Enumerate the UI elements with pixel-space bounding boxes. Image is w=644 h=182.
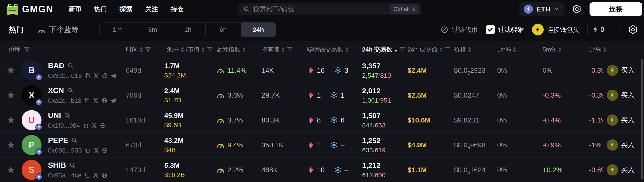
timeframe-6h[interactable]: 6h bbox=[205, 23, 240, 37]
token-name[interactable]: XCN bbox=[48, 86, 64, 95]
sort-icon[interactable] bbox=[282, 47, 285, 52]
token-name[interactable]: PEPE bbox=[48, 136, 68, 144]
sort-icon[interactable] bbox=[513, 47, 516, 52]
funnel-icon[interactable] bbox=[444, 47, 450, 53]
token-address[interactable]: 0x32b...015 bbox=[48, 72, 82, 79]
nav-new-pairs[interactable]: 新币 bbox=[68, 5, 82, 14]
connect-button[interactable]: 连接 bbox=[590, 3, 642, 16]
sort-icon[interactable] bbox=[468, 47, 471, 52]
header-1h[interactable]: 1h% bbox=[589, 46, 644, 53]
token-name[interactable]: SHIB bbox=[48, 161, 66, 169]
star-icon[interactable] bbox=[6, 116, 15, 124]
vertical-scrollbar[interactable] bbox=[641, 59, 643, 179]
token-address[interactable]: 0x1f9...984 bbox=[48, 122, 80, 129]
funnel-icon[interactable] bbox=[24, 47, 30, 53]
telegram-icon[interactable] bbox=[110, 98, 116, 104]
header-volume-24h[interactable]: 24h 成交额 bbox=[408, 46, 454, 54]
buy-button[interactable]: 买入 bbox=[603, 157, 634, 182]
buy-button[interactable]: 买入 bbox=[603, 133, 634, 157]
settings-icon[interactable] bbox=[572, 4, 582, 14]
timeframe-1h[interactable]: 1h bbox=[170, 23, 205, 37]
sort-icon[interactable] bbox=[558, 47, 562, 52]
sort-desc-icon[interactable] bbox=[394, 47, 398, 52]
globe-icon[interactable] bbox=[102, 147, 108, 153]
globe-icon[interactable] bbox=[102, 73, 108, 79]
x-twitter-icon[interactable] bbox=[93, 147, 99, 153]
gmgn-logo[interactable]: GMGN bbox=[6, 3, 54, 16]
copy-icon[interactable] bbox=[84, 147, 90, 153]
copy-icon[interactable] bbox=[84, 73, 90, 79]
amount-input[interactable]: 0 bbox=[587, 23, 620, 36]
header-pool-mcap[interactable]: 池子 /市值 bbox=[164, 46, 216, 54]
nav-holdings[interactable]: 持仓 bbox=[170, 5, 184, 14]
buy-button[interactable]: 买入 bbox=[603, 83, 634, 108]
header-5m[interactable]: 5m% bbox=[542, 46, 589, 53]
globe-icon[interactable] bbox=[102, 172, 108, 178]
tab-hot[interactable]: 热门 bbox=[9, 25, 24, 35]
copy-icon[interactable] bbox=[84, 98, 90, 104]
sort-icon[interactable] bbox=[603, 47, 606, 52]
nav-discover[interactable]: 探索 bbox=[120, 5, 132, 14]
token-name[interactable]: UNI bbox=[48, 111, 61, 120]
bluechip-gauge-icon bbox=[216, 141, 225, 149]
star-icon[interactable] bbox=[6, 165, 15, 174]
copy-icon[interactable] bbox=[84, 172, 90, 178]
tab-next-bluechip[interactable]: 下个蓝筹 bbox=[37, 25, 79, 35]
buy-button[interactable]: 买入 bbox=[603, 58, 634, 83]
sort-icon[interactable] bbox=[181, 47, 184, 52]
header-holders[interactable]: 持有者 bbox=[262, 46, 307, 54]
token-search-icon[interactable] bbox=[69, 162, 76, 168]
sort-icon[interactable] bbox=[140, 47, 143, 52]
star-icon[interactable] bbox=[6, 66, 15, 75]
copy-icon[interactable] bbox=[82, 122, 89, 128]
search-input[interactable] bbox=[253, 6, 390, 13]
token-search-icon[interactable] bbox=[68, 62, 74, 69]
sort-icon[interactable] bbox=[242, 47, 246, 52]
timeframe-5m[interactable]: 5m bbox=[135, 23, 170, 37]
x-twitter-icon[interactable] bbox=[91, 122, 97, 128]
x-twitter-icon[interactable] bbox=[93, 73, 99, 79]
header-token[interactable]: 币种 bbox=[0, 46, 123, 54]
star-icon[interactable] bbox=[6, 141, 15, 149]
sort-icon[interactable] bbox=[439, 47, 443, 52]
telegram-icon[interactable] bbox=[110, 73, 116, 79]
x-twitter-icon[interactable] bbox=[93, 172, 99, 178]
token-name[interactable]: BAD bbox=[48, 61, 64, 70]
sort-icon[interactable] bbox=[202, 47, 205, 52]
token-address[interactable]: 0x698...933 bbox=[48, 147, 82, 154]
header-price[interactable]: 价格 bbox=[454, 46, 497, 54]
star-icon[interactable] bbox=[6, 91, 15, 100]
search-bar[interactable]: Ctrl alt K bbox=[238, 3, 421, 15]
token-address[interactable]: 0x95a...4ce bbox=[48, 172, 82, 179]
connect-wallet-buy[interactable]: 连接钱包买 bbox=[532, 24, 579, 36]
sort-icon[interactable] bbox=[345, 47, 348, 52]
honeypot-checkbox[interactable] bbox=[486, 25, 495, 34]
txs-buys: 612 bbox=[362, 171, 373, 178]
amount-value: 0 bbox=[600, 26, 604, 34]
funnel-icon[interactable] bbox=[145, 47, 151, 53]
token-search-icon[interactable] bbox=[71, 137, 78, 143]
header-age[interactable]: 时间 bbox=[123, 46, 164, 54]
token-address[interactable]: 0xa2c...b18 bbox=[48, 97, 82, 104]
token-search-icon[interactable] bbox=[64, 112, 70, 119]
buy-button[interactable]: 买入 bbox=[603, 108, 634, 132]
globe-icon[interactable] bbox=[102, 98, 108, 104]
filter-honeypot-toggle[interactable]: 过滤貔貅 bbox=[486, 25, 524, 34]
table-settings-icon[interactable] bbox=[628, 25, 638, 35]
nav-trending[interactable]: 热门 bbox=[94, 5, 107, 14]
header-smart-txs[interactable]: 聪明钱交易数 bbox=[307, 46, 362, 54]
timeframe-1m[interactable]: 1m bbox=[100, 23, 135, 37]
funnel-icon[interactable] bbox=[287, 47, 293, 53]
funnel-icon[interactable] bbox=[207, 47, 213, 53]
header-bluechip[interactable]: 蓝筹指数 bbox=[216, 46, 262, 54]
timeframe-24h[interactable]: 24h bbox=[240, 23, 276, 37]
chain-selector[interactable]: ETH bbox=[519, 3, 564, 16]
header-txs-24h[interactable]: 24h 交易数 bbox=[362, 46, 408, 54]
globe-icon[interactable] bbox=[100, 122, 106, 128]
token-search-icon[interactable] bbox=[67, 87, 74, 94]
header-1m[interactable]: 1m% bbox=[497, 46, 542, 53]
filter-tokens-toggle[interactable]: 过滤代币 bbox=[440, 25, 478, 34]
funnel-icon[interactable] bbox=[399, 47, 405, 53]
nav-follow[interactable]: 关注 bbox=[145, 5, 158, 14]
x-twitter-icon[interactable] bbox=[93, 98, 99, 104]
